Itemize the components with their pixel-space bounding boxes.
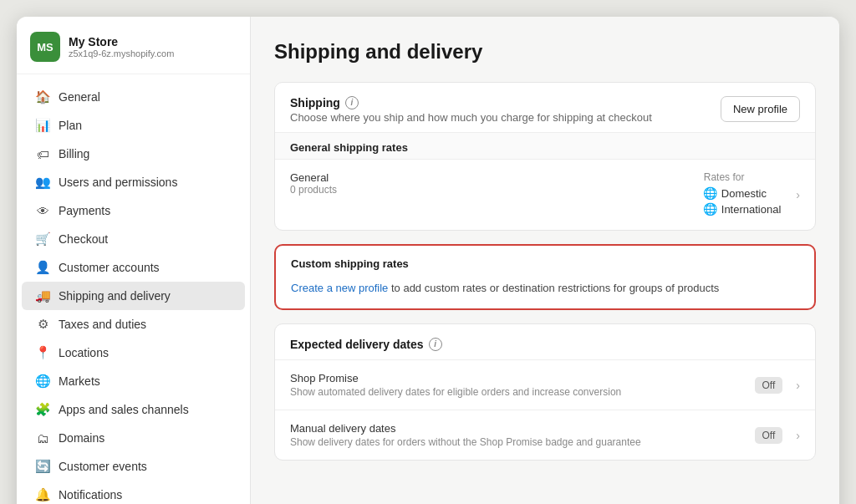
sidebar-item-locations[interactable]: 📍 Locations — [22, 339, 245, 367]
nav-label-general: General — [59, 90, 100, 104]
nav-icon-payments: 👁 — [35, 203, 50, 218]
general-rates-label: General shipping rates — [275, 132, 815, 159]
custom-rates-header: Custom shipping rates — [276, 246, 814, 277]
custom-rates-body-text: to add custom rates or destination restr… — [388, 282, 719, 294]
sidebar-item-customer-accounts[interactable]: 👤 Customer accounts — [22, 253, 245, 282]
sidebar-item-plan[interactable]: 📊 Plan — [22, 111, 245, 140]
delivery-name-1: Manual delivery dates — [290, 422, 641, 435]
shipping-card: Shipping i Choose where you ship and how… — [274, 82, 816, 231]
general-rate-right: Rates for 🌐 Domestic 🌐 International › — [704, 171, 800, 218]
new-profile-button[interactable]: New profile — [721, 96, 800, 122]
delivery-row-0[interactable]: Shop Promise Show automated delivery dat… — [275, 359, 815, 410]
sidebar-item-payments[interactable]: 👁 Payments — [22, 196, 245, 225]
nav-label-markets: Markets — [59, 374, 100, 388]
store-name: My Store — [69, 35, 174, 48]
sidebar-item-customer-events[interactable]: 🔄 Customer events — [22, 452, 245, 481]
store-avatar: MS — [30, 32, 60, 62]
nav-icon-customer-accounts: 👤 — [35, 260, 50, 275]
nav-label-customer-accounts: Customer accounts — [59, 261, 160, 274]
create-new-profile-link[interactable]: Create a new profile — [291, 282, 388, 294]
delivery-status-badge-0: Off — [755, 377, 783, 394]
nav-icon-notifications: 🔔 — [35, 487, 50, 502]
shipping-card-header-left: Shipping i Choose where you ship and how… — [290, 96, 652, 124]
nav-label-domains: Domains — [59, 431, 104, 445]
nav-icon-taxes: ⚙ — [35, 317, 50, 332]
shipping-card-title: Shipping i — [290, 96, 652, 109]
delivery-row-left-1: Manual delivery dates Show delivery date… — [290, 422, 641, 448]
general-rate-count: 0 products — [290, 184, 337, 196]
nav-label-locations: Locations — [59, 346, 109, 359]
rates-for-label: Rates for — [704, 171, 782, 183]
nav-icon-customer-events: 🔄 — [35, 459, 50, 474]
nav-label-billing: Billing — [59, 147, 89, 160]
domestic-rate-tag: 🌐 Domestic — [704, 186, 782, 200]
delivery-row-left-0: Shop Promise Show automated delivery dat… — [290, 372, 621, 398]
expected-delivery-header: Expected delivery dates i — [275, 324, 815, 359]
nav-label-checkout: Checkout — [59, 232, 108, 246]
sidebar-item-users[interactable]: 👥 Users and permissions — [22, 168, 245, 196]
store-header[interactable]: MS My Store z5x1q9-6z.myshopify.com — [17, 17, 250, 74]
sidebar-item-shipping[interactable]: 🚚 Shipping and delivery — [22, 282, 245, 310]
delivery-row-right-0: Off › — [755, 377, 800, 394]
delivery-status-badge-1: Off — [755, 427, 783, 444]
sidebar: MS My Store z5x1q9-6z.myshopify.com 🏠 Ge… — [17, 17, 251, 504]
delivery-row-chevron-1: › — [796, 429, 800, 442]
shipping-info-icon[interactable]: i — [345, 96, 359, 109]
store-info: My Store z5x1q9-6z.myshopify.com — [69, 35, 174, 59]
nav-label-shipping: Shipping and delivery — [59, 289, 171, 303]
sidebar-item-taxes[interactable]: ⚙ Taxes and duties — [22, 310, 245, 339]
nav-icon-apps: 🧩 — [35, 402, 50, 417]
sidebar-item-general[interactable]: 🏠 General — [22, 83, 245, 111]
shipping-card-desc: Choose where you ship and how much you c… — [290, 111, 652, 124]
expected-delivery-header-left: Expected delivery dates i — [290, 338, 442, 351]
globe-icon-international: 🌐 — [704, 202, 717, 216]
nav-icon-shipping: 🚚 — [35, 288, 50, 303]
nav-icon-billing: 🏷 — [35, 146, 50, 161]
delivery-row-right-1: Off › — [755, 427, 800, 444]
international-rate-tag: 🌐 International — [704, 202, 782, 216]
nav-icon-checkout: 🛒 — [35, 232, 50, 247]
general-rate-row[interactable]: General 0 products Rates for 🌐 Domestic … — [275, 159, 815, 230]
sidebar-item-checkout[interactable]: 🛒 Checkout — [22, 225, 245, 253]
sidebar-item-notifications[interactable]: 🔔 Notifications — [22, 481, 245, 504]
custom-rates-title: Custom shipping rates — [291, 257, 799, 270]
custom-rates-body: Create a new profile to add custom rates… — [276, 277, 814, 308]
nav-icon-locations: 📍 — [35, 345, 50, 360]
globe-icon-domestic: 🌐 — [704, 186, 717, 200]
expected-delivery-card: Expected delivery dates i Shop Promise S… — [274, 323, 816, 461]
rate-row-chevron: › — [796, 188, 800, 201]
main-content: Shipping and delivery Shipping i Choose … — [251, 17, 839, 504]
nav-icon-markets: 🌐 — [35, 374, 50, 389]
nav-label-plan: Plan — [59, 119, 82, 132]
shipping-card-header: Shipping i Choose where you ship and how… — [275, 83, 815, 132]
general-rate-name: General — [290, 171, 337, 184]
delivery-desc-0: Show automated delivery dates for eligib… — [290, 386, 621, 398]
nav-icon-general: 🏠 — [35, 89, 50, 104]
expected-delivery-title: Expected delivery dates i — [290, 338, 442, 351]
delivery-row-chevron-0: › — [796, 379, 800, 392]
custom-rates-card: Custom shipping rates Create a new profi… — [274, 244, 816, 310]
nav-icon-users: 👥 — [35, 175, 50, 190]
general-rate-left: General 0 products — [290, 171, 337, 196]
sidebar-item-domains[interactable]: 🗂 Domains — [22, 424, 245, 452]
delivery-info-icon[interactable]: i — [429, 338, 442, 351]
store-url: z5x1q9-6z.myshopify.com — [69, 48, 174, 59]
sidebar-item-markets[interactable]: 🌐 Markets — [22, 367, 245, 395]
delivery-name-0: Shop Promise — [290, 372, 621, 384]
nav-label-payments: Payments — [59, 204, 110, 217]
nav-label-notifications: Notifications — [59, 488, 122, 501]
delivery-desc-1: Show delivery dates for orders without t… — [290, 436, 641, 448]
nav-label-users: Users and permissions — [59, 176, 177, 189]
page-title: Shipping and delivery — [274, 40, 816, 64]
nav-label-taxes: Taxes and duties — [59, 318, 146, 331]
sidebar-item-apps[interactable]: 🧩 Apps and sales channels — [22, 395, 245, 424]
rates-for-section: Rates for 🌐 Domestic 🌐 International — [704, 171, 782, 218]
nav-list: 🏠 General 📊 Plan 🏷 Billing 👥 Users and p… — [17, 74, 250, 504]
nav-label-customer-events: Customer events — [59, 460, 147, 473]
app-window: MS My Store z5x1q9-6z.myshopify.com 🏠 Ge… — [17, 17, 839, 504]
delivery-row-1[interactable]: Manual delivery dates Show delivery date… — [275, 410, 815, 460]
sidebar-item-billing[interactable]: 🏷 Billing — [22, 140, 245, 168]
nav-icon-plan: 📊 — [35, 118, 50, 133]
delivery-rows: Shop Promise Show automated delivery dat… — [275, 359, 815, 460]
nav-label-apps: Apps and sales channels — [59, 403, 189, 416]
